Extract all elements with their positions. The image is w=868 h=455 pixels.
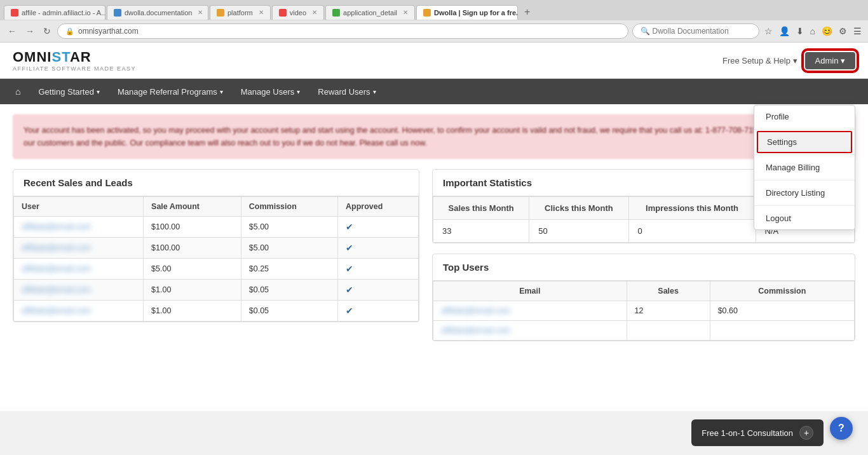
table-row: affiliate@email.com bbox=[433, 321, 855, 341]
top-user-email-1: affiliate@email.com bbox=[441, 306, 510, 315]
tab-2[interactable]: dwolla.documentation ✕ bbox=[107, 5, 208, 20]
dropdown-item-manage-billing[interactable]: Manage Billing bbox=[754, 156, 855, 179]
tab-bar: affile - admin.afiliact.io - A... ✕ dwol… bbox=[0, 0, 868, 20]
top-users-card: Top Users Email Sales Commission affilia… bbox=[432, 254, 855, 341]
tab-favicon-3 bbox=[217, 9, 224, 17]
tab-6[interactable]: Dwolla | Sign up for a fre... ✕ bbox=[416, 5, 518, 20]
tab-label-4: video bbox=[290, 9, 306, 17]
search-input[interactable] bbox=[653, 27, 751, 36]
tab-1[interactable]: affile - admin.afiliact.io - A... ✕ bbox=[4, 5, 105, 20]
tab-close-3[interactable]: ✕ bbox=[259, 9, 264, 16]
user-email-1: affiliate@email.com bbox=[22, 222, 91, 231]
nav-item-manage-referral-programs[interactable]: Manage Referral Programs ▾ bbox=[109, 79, 232, 104]
chevron-down-icon-4: ▾ bbox=[373, 88, 376, 95]
browser-toolbar: ☆ 👤 ⬇ ⌂ 😊 ⚙ ☰ bbox=[763, 25, 863, 37]
search-icon: 🔍 bbox=[641, 27, 650, 36]
chevron-down-icon-1: ▾ bbox=[97, 88, 100, 95]
top-user-commission-1: $0.60 bbox=[710, 301, 854, 321]
tab-close-5[interactable]: ✕ bbox=[403, 9, 408, 16]
stat-clicks-value: 50 bbox=[529, 220, 628, 243]
admin-dropdown-menu: Profile Settings Manage Billing Director… bbox=[754, 105, 855, 230]
recent-sales-title: Recent Sales and Leads bbox=[13, 170, 419, 196]
sale-amount-1: $100.00 bbox=[144, 217, 241, 238]
top-user-sales-2 bbox=[627, 321, 710, 341]
tab-label-5: application_detail bbox=[343, 9, 397, 17]
tab-close-2[interactable]: ✕ bbox=[198, 9, 203, 16]
nav-item-manage-users[interactable]: Manage Users ▾ bbox=[232, 79, 309, 104]
stat-col-impressions: Impressions this Month bbox=[628, 197, 756, 220]
tab-3[interactable]: platform ✕ bbox=[210, 5, 271, 20]
extensions-icon[interactable]: ⚙ bbox=[837, 25, 848, 37]
top-col-email: Email bbox=[433, 282, 627, 301]
dropdown-divider-2 bbox=[754, 154, 855, 155]
forward-button[interactable]: → bbox=[23, 25, 37, 37]
recent-sales-table: User Sale Amount Commission Approved aff… bbox=[13, 196, 419, 322]
tab-favicon-1 bbox=[11, 9, 18, 17]
col-commission: Commission bbox=[241, 197, 337, 217]
admin-button[interactable]: Admin ▾ bbox=[805, 52, 855, 69]
stat-impressions-value: 0 bbox=[628, 220, 756, 243]
commission-3: $0.25 bbox=[241, 259, 337, 280]
logo-highlight: ST bbox=[51, 49, 69, 65]
top-col-sales: Sales bbox=[627, 282, 710, 301]
tab-label-3: platform bbox=[227, 9, 253, 17]
nav-label-reward-users: Reward Users bbox=[318, 87, 370, 97]
stat-col-clicks: Clicks this Month bbox=[529, 197, 628, 220]
user-email-2: affiliate@email.com bbox=[22, 243, 91, 252]
tab-favicon-6 bbox=[423, 9, 431, 17]
tab-close-4[interactable]: ✕ bbox=[312, 9, 317, 16]
logo-text: OMNISTAR bbox=[13, 49, 136, 65]
table-row: affiliate@email.com $100.00 $5.00 ✔ bbox=[14, 238, 419, 259]
emoji-icon[interactable]: 😊 bbox=[820, 25, 834, 37]
approved-check-4: ✔ bbox=[346, 285, 353, 295]
dropdown-item-logout[interactable]: Logout bbox=[754, 207, 855, 229]
sale-amount-3: $5.00 bbox=[144, 259, 241, 280]
search-bar[interactable]: 🔍 bbox=[632, 24, 759, 39]
nav-home[interactable]: ⌂ bbox=[6, 79, 29, 104]
tab-label-6: Dwolla | Sign up for a fre... bbox=[434, 9, 518, 17]
table-row: affiliate@email.com $1.00 $0.05 ✔ bbox=[14, 301, 419, 322]
user-email-4: affiliate@email.com bbox=[22, 285, 91, 294]
account-icon[interactable]: 👤 bbox=[778, 25, 791, 37]
reload-button[interactable]: ↻ bbox=[41, 25, 53, 37]
dropdown-item-profile[interactable]: Profile bbox=[754, 105, 855, 128]
logo: OMNISTAR AFFILIATE SOFTWARE MADE EASY bbox=[13, 49, 136, 72]
nav-label-manage-users: Manage Users bbox=[241, 87, 295, 97]
free-setup-link[interactable]: Free Setup & Help ▾ bbox=[722, 56, 797, 65]
download-icon[interactable]: ⬇ bbox=[795, 25, 805, 37]
back-button[interactable]: ← bbox=[5, 25, 19, 37]
dropdown-divider-3 bbox=[754, 180, 855, 180]
recent-sales-card: Recent Sales and Leads User Sale Amount … bbox=[13, 169, 419, 322]
logo-sub: AFFILIATE SOFTWARE MADE EASY bbox=[13, 65, 136, 72]
address-bar[interactable]: 🔒 omnisyarthat.com bbox=[57, 24, 628, 39]
dropdown-item-directory-listing[interactable]: Directory Listing bbox=[754, 182, 855, 204]
tab-4[interactable]: video ✕ bbox=[272, 5, 324, 20]
main-nav: ⌂ Getting Started ▾ Manage Referral Prog… bbox=[0, 79, 868, 104]
left-column: Recent Sales and Leads User Sale Amount … bbox=[13, 169, 419, 351]
new-tab-button[interactable]: + bbox=[519, 4, 535, 20]
table-row: affiliate@email.com $5.00 $0.25 ✔ bbox=[14, 259, 419, 280]
approved-check-5: ✔ bbox=[346, 306, 353, 316]
col-sale-amount: Sale Amount bbox=[144, 197, 241, 217]
approved-check-2: ✔ bbox=[346, 243, 353, 253]
commission-5: $0.05 bbox=[241, 301, 337, 322]
app-wrapper: OMNISTAR AFFILIATE SOFTWARE MADE EASY Fr… bbox=[0, 43, 868, 411]
tab-label-1: affile - admin.afiliact.io - A... bbox=[22, 9, 105, 17]
tab-label-2: dwolla.documentation bbox=[125, 9, 192, 17]
address-text: omnisyarthat.com bbox=[78, 27, 620, 36]
top-users-table: Email Sales Commission affiliate@email.c… bbox=[433, 281, 855, 341]
sale-amount-5: $1.00 bbox=[144, 301, 241, 322]
approved-check-1: ✔ bbox=[346, 222, 353, 232]
tab-5[interactable]: application_detail ✕ bbox=[325, 5, 415, 20]
dropdown-item-settings[interactable]: Settings bbox=[757, 131, 852, 153]
dropdown-divider-4 bbox=[754, 205, 855, 206]
nav-item-getting-started[interactable]: Getting Started ▾ bbox=[29, 79, 108, 104]
stat-col-sales: Sales this Month bbox=[433, 197, 529, 220]
home-icon[interactable]: ⌂ bbox=[809, 25, 817, 37]
tab-favicon-2 bbox=[114, 9, 121, 17]
nav-item-reward-users[interactable]: Reward Users ▾ bbox=[309, 79, 384, 104]
sale-amount-4: $1.00 bbox=[144, 280, 241, 301]
menu-icon[interactable]: ☰ bbox=[852, 25, 863, 37]
bookmark-icon[interactable]: ☆ bbox=[763, 25, 774, 37]
top-users-title: Top Users bbox=[433, 254, 855, 281]
